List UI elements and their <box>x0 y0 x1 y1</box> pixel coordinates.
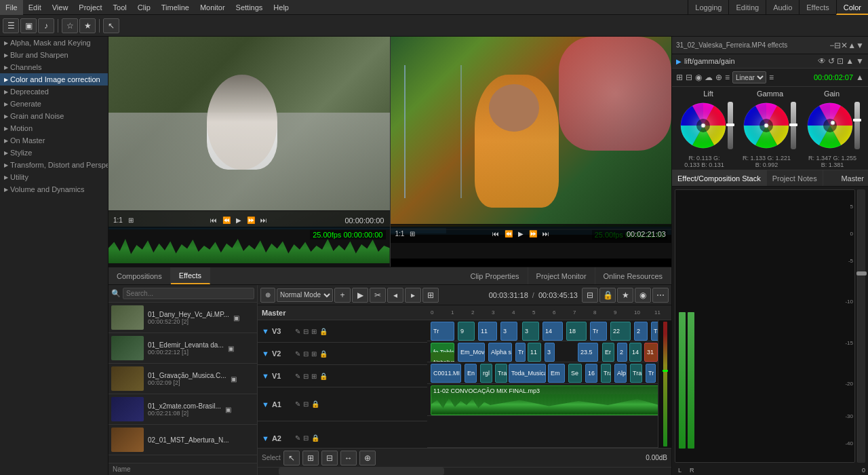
clip-item-4[interactable]: 01_x2mate.com-Brasil... 00:02:21:08 [2] … <box>108 394 257 425</box>
left-grain-item[interactable]: Grain and Noise <box>0 110 108 122</box>
timing-icon1[interactable]: ⊞ <box>676 73 683 82</box>
prev-right-skip-start[interactable]: ⏮ <box>490 229 501 239</box>
tl-btn-add[interactable]: + <box>334 288 351 303</box>
effect-eye-icon[interactable]: 👁 <box>818 56 826 66</box>
menu-clip[interactable]: Clip <box>132 0 156 15</box>
effect-reset-icon[interactable]: ↺ <box>828 56 835 66</box>
a1-mute[interactable]: ⊟ <box>303 400 309 408</box>
tl-slip-btn[interactable]: ⊟ <box>321 451 338 466</box>
tab-compositions[interactable]: Compositions <box>108 267 171 284</box>
timing-icon2[interactable]: ⊟ <box>686 73 692 82</box>
effect-down-icon[interactable]: ▼ <box>856 56 864 66</box>
v1-eye[interactable]: ⊟ <box>303 373 309 380</box>
workspace-logging[interactable]: Logging <box>688 0 728 15</box>
tl-mode-select[interactable]: Normal Mode <box>277 288 333 302</box>
clip-v3-5[interactable]: 3 <box>522 322 539 341</box>
clip-item-5[interactable]: 02_01_MST_Abertura_N... <box>108 425 257 455</box>
tl-slide-btn[interactable]: ↔ <box>340 451 357 466</box>
clip-v3-9[interactable]: 22 <box>610 322 631 341</box>
gamma-slider[interactable] <box>791 102 796 149</box>
tl-btn-lock[interactable]: 🔒 <box>599 288 616 303</box>
effects-close-icon[interactable]: ✕ <box>841 41 848 50</box>
left-blur-item[interactable]: Blur and Sharpen <box>0 49 108 61</box>
workspace-editing[interactable]: Editing <box>728 0 766 15</box>
a2-mute[interactable]: ⊟ <box>303 434 309 442</box>
left-utility-item[interactable]: Utility <box>0 171 108 183</box>
clip-v1-toda[interactable]: Toda_Musica <box>509 364 546 383</box>
v3-eye[interactable]: ⊟ <box>303 328 309 335</box>
prev-right-next[interactable]: ⏩ <box>527 229 539 239</box>
timing-icon4[interactable]: ☁ <box>705 73 713 82</box>
timing-icon7[interactable]: ≡ <box>769 73 774 82</box>
left-channels-item[interactable]: Channels <box>0 61 108 73</box>
clip-v1-tra[interactable]: Tra <box>495 364 507 383</box>
effect-copy-icon[interactable]: ⊡ <box>837 56 844 66</box>
clip-v2-3[interactable]: 3 <box>545 343 555 362</box>
v2-solo[interactable]: 🔒 <box>319 350 328 358</box>
effects-minimize-icon[interactable]: − <box>829 41 834 50</box>
tab-effects[interactable]: Effects <box>171 267 210 284</box>
left-transform-item[interactable]: Transform, Distort and Perspective <box>0 159 108 171</box>
clip-v2-2[interactable]: 2 <box>617 343 627 362</box>
lift-wheel[interactable] <box>680 102 726 149</box>
ec-tab-stack[interactable]: Effect/Composition Stack <box>672 170 767 186</box>
tl-zoom-btn[interactable]: ⊕ <box>359 451 376 466</box>
clip-v3-2[interactable]: 9 <box>458 322 475 341</box>
clip-v1-alp[interactable]: Alp <box>614 364 627 383</box>
effects-up-icon[interactable]: ▲ <box>848 41 856 50</box>
clip-v2-31[interactable]: 31 <box>644 343 658 362</box>
clip-v3-3[interactable]: 11 <box>478 322 497 341</box>
prev-left-next[interactable]: ⏩ <box>245 215 257 225</box>
left-alpha-item[interactable]: Alpha, Mask and Keying <box>0 37 108 49</box>
tab-clip-monitor[interactable]: Clip Properties <box>462 267 528 284</box>
workspace-audio[interactable]: Audio <box>766 0 799 15</box>
gain-slider[interactable] <box>854 102 860 149</box>
toolbar-audio-btn[interactable]: ♪ <box>38 18 54 33</box>
prev-right-prev[interactable]: ⏪ <box>502 229 515 239</box>
clip-v3-11[interactable]: Tr <box>651 322 658 341</box>
prev-ratio[interactable]: 1:1 <box>111 215 125 225</box>
clip-v2-11[interactable]: 11 <box>528 343 541 362</box>
clip-v1-rgl[interactable]: rgl <box>480 364 492 383</box>
tl-btn-star[interactable]: ★ <box>617 288 633 303</box>
v2-lock[interactable]: ✎ <box>295 350 300 358</box>
left-onmaster-item[interactable]: On Master <box>0 134 108 147</box>
tl-select-btn[interactable]: ↖ <box>283 451 300 466</box>
left-color-item[interactable]: Color and Image correction <box>0 73 108 86</box>
clip-v1-en[interactable]: En <box>465 364 477 383</box>
prev-left-skip-end[interactable]: ⏭ <box>258 215 269 225</box>
tl-btn-play[interactable]: ▶ <box>352 288 368 303</box>
clip-v1-tra3[interactable]: Tra <box>630 364 642 383</box>
prev-left-btn1[interactable]: ⊞ <box>126 215 136 225</box>
tl-btn-in[interactable]: ◂ <box>387 288 403 303</box>
clip-v3-10[interactable]: 2 <box>634 322 648 341</box>
v3-expand[interactable]: ▼ <box>262 327 269 335</box>
prev-right-ratio[interactable]: 1:1 <box>393 229 407 239</box>
tab-online-resources[interactable]: Online Resources <box>595 267 671 284</box>
v1-mute[interactable]: ⊞ <box>311 373 317 380</box>
clip-item-1[interactable]: 01_Dany_Hey_Vc_Ai.MP... 00:00:52:20 [2] … <box>108 303 257 333</box>
clip-v2-alpha[interactable]: Alphalive <box>431 352 454 362</box>
toolbar-star-filled-btn[interactable]: ★ <box>79 18 96 33</box>
gain-wheel[interactable] <box>807 102 853 149</box>
a2-solo[interactable]: 🔒 <box>311 434 319 442</box>
track-a1-row[interactable]: 11-02 CONVOCAÇÃO MIX FINAL.mp3 11-02 CON… <box>427 384 658 416</box>
clip-v3-4[interactable]: 3 <box>500 322 517 341</box>
clip-v2-er[interactable]: Er <box>602 343 614 362</box>
clip-v1-16[interactable]: 16 <box>585 364 597 383</box>
clip-v3-7[interactable]: 18 <box>566 322 587 341</box>
v1-lock[interactable]: ✎ <box>295 373 300 380</box>
menu-settings[interactable]: Settings <box>231 0 269 15</box>
menu-monitor[interactable]: Monitor <box>195 0 231 15</box>
effects-grid-icon[interactable]: ⊟ <box>834 41 841 50</box>
clip-v2-em[interactable]: Em_Movime <box>458 343 485 362</box>
clip-a1-main[interactable]: 11-02 CONVOCAÇÃO MIX FINAL.mp3 <box>431 385 658 415</box>
toolbar-monitor-btn[interactable]: ▣ <box>20 18 37 33</box>
tl-btn-out[interactable]: ▸ <box>405 288 421 303</box>
prev-right-play[interactable]: ▶ <box>516 229 526 239</box>
tl-btn-more[interactable]: ⋯ <box>652 288 669 303</box>
ec-tab-notes[interactable]: Project Notes <box>767 170 823 186</box>
workspace-effects[interactable]: Effects <box>799 0 835 15</box>
clip-v3-6[interactable]: 14 <box>542 322 563 341</box>
effect-up-icon[interactable]: ▲ <box>846 56 854 66</box>
